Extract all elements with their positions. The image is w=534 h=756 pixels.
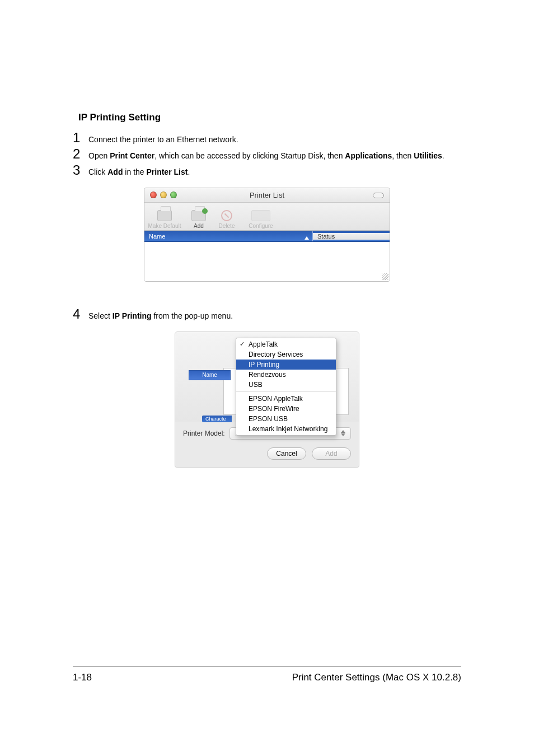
- page-number: 1-18: [73, 672, 92, 683]
- name-column-header: Name: [189, 370, 231, 380]
- delete-icon: [221, 210, 232, 221]
- step-text: Select: [88, 311, 113, 320]
- menu-item-rendezvous[interactable]: Rendezvous: [236, 370, 336, 380]
- section-heading: IP Printing Setting: [78, 112, 461, 123]
- connection-type-popup: AppleTalk Directory Services IP Printing…: [236, 338, 336, 436]
- select-stepper-icon: [339, 430, 347, 436]
- step-4: 4 Select IP Printing from the pop-up men…: [73, 307, 461, 321]
- column-label: Name: [149, 233, 165, 240]
- button-row: Cancel Add: [183, 447, 351, 460]
- column-name[interactable]: Name: [144, 233, 312, 240]
- menu-item-epson-usb[interactable]: EPSON USB: [236, 414, 336, 424]
- step-text: Click: [88, 167, 107, 176]
- configure-icon: [251, 210, 270, 221]
- step-text: from the pop-up menu.: [152, 311, 233, 320]
- table-header: Name Status: [144, 231, 390, 242]
- bold: Applications: [345, 151, 392, 160]
- column-status[interactable]: Status: [313, 233, 390, 240]
- delete-button: Delete: [213, 208, 241, 229]
- printer-list-window: Printer List Make Default Add Delete Con…: [144, 188, 390, 282]
- bold: Printer List: [146, 167, 188, 176]
- document-page: IP Printing Setting 1 Connect the printe…: [0, 0, 534, 756]
- sort-ascending-icon: [305, 236, 309, 240]
- menu-item-epson-appletalk[interactable]: EPSON AppleTalk: [236, 394, 336, 404]
- step-number: 4: [73, 307, 88, 321]
- page-footer: 1-18 Print Center Settings (Mac OS X 10.…: [73, 666, 461, 683]
- add-button: Add: [312, 447, 351, 460]
- step-text: , then: [392, 151, 414, 160]
- step-3: 3 Click Add in the Printer List.: [73, 164, 461, 178]
- printer-model-label: Printer Model:: [183, 430, 225, 437]
- step-text: Connect the printer to an Ethernet netwo…: [88, 135, 238, 144]
- step-number: 2: [73, 147, 88, 161]
- menu-item-usb[interactable]: USB: [236, 380, 336, 390]
- step-1: 1 Connect the printer to an Ethernet net…: [73, 131, 461, 145]
- add-button[interactable]: Add: [185, 208, 213, 229]
- footer-section: Print Center Settings (Mac OS X 10.2.8): [292, 672, 461, 683]
- bold: Add: [107, 167, 123, 176]
- table-body-empty: [144, 242, 390, 281]
- bold: IP Printing: [113, 311, 152, 320]
- step-text: .: [188, 167, 190, 176]
- bold: Utilities: [414, 151, 442, 160]
- menu-item-ip-printing[interactable]: IP Printing: [236, 360, 336, 370]
- step-2: 2 Open Print Center, which can be access…: [73, 147, 461, 161]
- toolbar-label: Add: [185, 223, 213, 229]
- sheet-top: Name Characte AppleTalk Directory Servic…: [175, 332, 359, 422]
- step-text: , which can be accessed by clicking Star…: [154, 151, 345, 160]
- menu-item-lexmark[interactable]: Lexmark Inkjet Networking: [236, 424, 336, 434]
- add-printer-sheet: Name Characte AppleTalk Directory Servic…: [175, 332, 359, 468]
- toolbar-label: Delete: [213, 223, 241, 229]
- toolbar-label: Make Default: [144, 223, 185, 229]
- step-text: .: [442, 151, 444, 160]
- bold: Print Center: [110, 151, 154, 160]
- toolbar-label: Configure: [241, 223, 281, 229]
- configure-button: Configure: [241, 208, 281, 229]
- titlebar: Printer List: [144, 188, 390, 203]
- menu-separator: [236, 391, 336, 392]
- step-number: 1: [73, 131, 88, 144]
- toolbar-toggle-icon[interactable]: [373, 193, 384, 198]
- menu-item-epson-firewire[interactable]: EPSON FireWire: [236, 404, 336, 414]
- printer-icon: [157, 210, 172, 221]
- character-label-truncated: Characte: [202, 416, 232, 422]
- make-default-button: Make Default: [144, 208, 185, 229]
- step-text: Open: [88, 151, 110, 160]
- window-title: Printer List: [144, 191, 390, 199]
- menu-item-directory-services[interactable]: Directory Services: [236, 349, 336, 360]
- cancel-button[interactable]: Cancel: [267, 447, 306, 460]
- step-number: 3: [73, 164, 88, 177]
- step-text: in the: [123, 167, 146, 176]
- menu-item-appletalk[interactable]: AppleTalk: [236, 339, 336, 349]
- add-printer-icon: [191, 210, 206, 221]
- toolbar: Make Default Add Delete Configure: [144, 203, 390, 231]
